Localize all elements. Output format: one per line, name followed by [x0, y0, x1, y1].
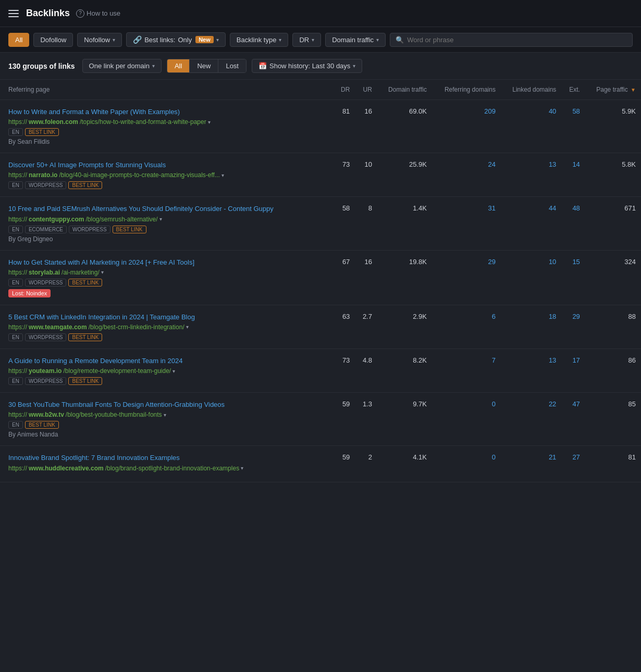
domain-traffic-value: 69.0K — [377, 100, 432, 153]
tag-list: ENWORDPRESSBEST LINK — [8, 377, 328, 385]
col-domain-traffic: Domain traffic — [377, 80, 432, 100]
sort-icon: ▼ — [631, 87, 636, 93]
backlink-title[interactable]: How to Get Started with AI Marketing in … — [8, 258, 328, 267]
domain-traffic-value: 4.1K — [377, 446, 432, 482]
tag-list: ENBEST LINK — [8, 128, 328, 136]
ext-value[interactable]: 29 — [561, 305, 585, 349]
tag: WORDPRESS — [25, 377, 67, 385]
help-link[interactable]: ? How to use — [76, 9, 120, 18]
table-row: 5 Best CRM with LinkedIn Integration in … — [0, 305, 641, 349]
expand-icon[interactable]: ▾ — [172, 368, 175, 374]
tag: BEST LINK — [68, 279, 102, 287]
page-title: Backlinks — [26, 8, 70, 19]
ext-value[interactable]: 14 — [561, 153, 585, 197]
backlink-title[interactable]: How to Write and Format a White Paper (W… — [8, 107, 328, 117]
all-filter-button[interactable]: All — [8, 33, 29, 47]
linked-domains-value[interactable]: 22 — [501, 393, 561, 446]
ext-value[interactable]: 47 — [561, 393, 585, 446]
tag: WORDPRESS — [25, 333, 67, 341]
domain-traffic-value: 2.9K — [377, 305, 432, 349]
col-referring-page: Referring page — [0, 80, 334, 100]
linked-domains-value[interactable]: 40 — [501, 100, 561, 153]
backlink-title[interactable]: 10 Free and Paid SEMrush Alternatives Yo… — [8, 204, 328, 214]
dofollow-filter-button[interactable]: Dofollow — [33, 33, 73, 47]
linked-domains-value[interactable]: 13 — [501, 349, 561, 392]
linked-domains-value[interactable]: 10 — [501, 250, 561, 305]
menu-icon[interactable] — [8, 10, 19, 17]
backlink-title[interactable]: Innovative Brand Spotlight: 7 Brand Inno… — [8, 453, 328, 463]
tag: BEST LINK — [25, 128, 59, 136]
tab-all[interactable]: All — [167, 59, 190, 72]
expand-icon[interactable]: ▾ — [159, 216, 162, 222]
ext-value[interactable]: 17 — [561, 349, 585, 392]
chevron-down-icon: ▾ — [216, 37, 219, 43]
expand-icon[interactable]: ▾ — [164, 412, 166, 418]
dr-value: 59 — [334, 446, 355, 482]
referring-domains-value[interactable]: 209 — [432, 100, 501, 153]
dr-value: 81 — [334, 100, 355, 153]
backlink-title[interactable]: 30 Best YouTube Thumbnail Fonts To Desig… — [8, 400, 328, 409]
chevron-down-icon: ▾ — [376, 37, 379, 43]
tag: BEST LINK — [68, 377, 102, 385]
expand-icon[interactable]: ▾ — [241, 465, 243, 471]
table-row: How to Get Started with AI Marketing in … — [0, 250, 641, 305]
backlink-title[interactable]: 5 Best CRM with LinkedIn Integration in … — [8, 313, 328, 322]
dr-value: 58 — [334, 197, 355, 250]
ur-value: 10 — [355, 153, 377, 197]
referring-domains-value[interactable]: 7 — [432, 349, 501, 392]
referring-domains-value[interactable]: 0 — [432, 446, 501, 482]
best-links-filter-button[interactable]: 🔗 Best links: Only New ▾ — [126, 32, 226, 47]
backlink-url: https://www.foleon.com/topics/how-to-wri… — [8, 118, 328, 126]
dr-filter-button[interactable]: DR ▾ — [292, 33, 321, 47]
ext-value[interactable]: 48 — [561, 197, 585, 250]
backlink-url: https://www.b2w.tv/blog/best-youtube-thu… — [8, 411, 328, 418]
one-link-per-domain-button[interactable]: One link per domain ▾ — [82, 59, 162, 73]
tag: ECOMMERCE — [25, 226, 67, 233]
chevron-down-icon: ▾ — [279, 37, 281, 43]
col-linked-domains: Linked domains — [501, 80, 561, 100]
referring-domains-value[interactable]: 29 — [432, 250, 501, 305]
page-traffic-value: 86 — [585, 349, 641, 392]
col-ur: UR — [355, 80, 377, 100]
expand-icon[interactable]: ▾ — [101, 269, 104, 275]
new-badge: New — [195, 36, 214, 43]
show-history-button[interactable]: 📅 Show history: Last 30 days ▾ — [252, 59, 362, 73]
ext-value[interactable]: 27 — [561, 446, 585, 482]
referring-domains-value[interactable]: 0 — [432, 393, 501, 446]
domain-traffic-button[interactable]: Domain traffic ▾ — [325, 33, 386, 47]
tab-lost[interactable]: Lost — [218, 59, 246, 72]
search-input[interactable] — [407, 36, 627, 44]
linked-domains-value[interactable]: 44 — [501, 197, 561, 250]
page-traffic-value: 671 — [585, 197, 641, 250]
backlink-url: https://www.teamgate.com/blog/best-crm-l… — [8, 323, 328, 331]
tab-new[interactable]: New — [190, 59, 218, 72]
linked-domains-value[interactable]: 18 — [501, 305, 561, 349]
ext-value[interactable]: 15 — [561, 250, 585, 305]
dr-value: 73 — [334, 349, 355, 392]
backlink-title[interactable]: Discover 50+ AI Image Prompts for Stunni… — [8, 160, 328, 170]
referring-domains-value[interactable]: 24 — [432, 153, 501, 197]
backlink-type-button[interactable]: Backlink type ▾ — [230, 33, 289, 47]
referring-domains-value[interactable]: 31 — [432, 197, 501, 250]
ur-value: 16 — [355, 250, 377, 305]
expand-icon[interactable]: ▾ — [186, 324, 189, 330]
ext-value[interactable]: 58 — [561, 100, 585, 153]
nofollow-filter-button[interactable]: Nofollow ▾ — [77, 33, 122, 47]
lost-tag: Lost: Noindex — [8, 289, 51, 297]
page-traffic-value: 5.8K — [585, 153, 641, 197]
backlink-title[interactable]: A Guide to Running a Remote Development … — [8, 356, 328, 366]
dr-value: 67 — [334, 250, 355, 305]
expand-icon[interactable]: ▾ — [208, 119, 211, 125]
expand-icon[interactable]: ▾ — [221, 172, 224, 178]
col-page-traffic[interactable]: Page traffic ▼ — [585, 80, 641, 100]
referring-domains-value[interactable]: 6 — [432, 305, 501, 349]
chevron-down-icon: ▾ — [353, 63, 355, 69]
table-row: 10 Free and Paid SEMrush Alternatives Yo… — [0, 197, 641, 250]
dr-value: 63 — [334, 305, 355, 349]
search-box[interactable]: 🔍 — [390, 33, 633, 47]
chevron-down-icon: ▾ — [312, 37, 314, 43]
author: By Greg Digneo — [8, 235, 328, 243]
linked-domains-value[interactable]: 13 — [501, 153, 561, 197]
tag: BEST LINK — [68, 181, 102, 189]
linked-domains-value[interactable]: 21 — [501, 446, 561, 482]
